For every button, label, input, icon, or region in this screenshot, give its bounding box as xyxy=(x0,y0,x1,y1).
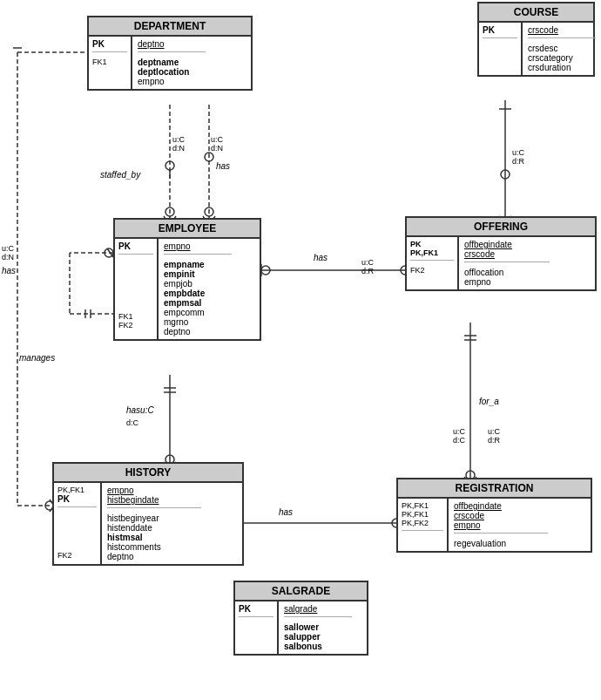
entity-registration: REGISTRATION PK,FK1 PK,FK1 PK,FK2 offbeg… xyxy=(396,478,592,553)
emp-mgrno: mgrno xyxy=(164,317,232,327)
label-has-emp-hist: hasu:C xyxy=(126,405,154,415)
offering-title: OFFERING xyxy=(407,218,595,237)
emp-fk8: FK2 xyxy=(118,321,153,330)
off-fk2-label: FK2 xyxy=(410,266,454,275)
sal-pk-label: PK xyxy=(239,604,273,614)
svg-point-18 xyxy=(105,248,113,257)
course-title: COURSE xyxy=(479,3,593,23)
emp-fk3 xyxy=(118,277,153,286)
entity-department: DEPARTMENT PK FK1 deptno deptname deptlo… xyxy=(87,16,253,91)
svg-point-10 xyxy=(205,207,213,216)
card-dept-emp-2: u:Cd:N xyxy=(211,135,223,153)
svg-point-40 xyxy=(501,170,510,179)
course-crscategory: crscategory xyxy=(528,53,596,63)
dept-pk-attr: deptno xyxy=(138,39,206,49)
off-pk-fk1-label: PK,FK1 xyxy=(410,248,454,257)
hist-deptno: deptno xyxy=(107,552,201,561)
emp-fk1 xyxy=(118,260,153,268)
emp-fk7: FK1 xyxy=(118,312,153,321)
emp-fk5 xyxy=(118,295,153,303)
dept-attr-deptlocation: deptlocation xyxy=(138,67,206,77)
entity-history: HISTORY PK,FK1 PK FK2 empno his xyxy=(52,462,244,566)
dept-attr-deptname: deptname xyxy=(138,58,206,67)
salgrade-title: SALGRADE xyxy=(235,582,367,601)
course-pk-label: PK xyxy=(483,25,517,35)
card-off-reg-1: u:Cd:R xyxy=(488,427,500,445)
card-dept-emp-1: u:Cd:N xyxy=(172,135,185,153)
off-pk1-attr: offbegindate xyxy=(464,240,550,249)
off-empty xyxy=(410,275,454,284)
diagram-container: staffed_by has manages has hasu:C has fo… xyxy=(0,0,601,700)
card-course-off: u:Cd:R xyxy=(512,148,524,166)
label-manages: manages xyxy=(19,353,55,363)
sal-pk-attr: salgrade xyxy=(284,604,352,614)
hist-empty2 xyxy=(57,522,97,532)
off-empno: empno xyxy=(464,277,550,287)
off-offlocation: offlocation xyxy=(464,268,550,277)
emp-fk2 xyxy=(118,268,153,277)
label-has-main: has xyxy=(314,253,328,262)
sal-salbonus: salbonus xyxy=(284,642,352,651)
reg-pk1-attr: offbegindate xyxy=(454,501,548,511)
dept-pk-label: PK xyxy=(92,39,127,49)
emp-empname: empname xyxy=(164,260,232,269)
svg-point-1 xyxy=(165,161,174,170)
sal-salupper: salupper xyxy=(284,632,352,642)
dept-fk1-label: FK1 xyxy=(92,58,127,66)
course-crsdesc: crsdesc xyxy=(528,44,596,53)
emp-pk-attr: empno xyxy=(164,241,232,251)
hist-histenddate: histenddate xyxy=(107,523,201,533)
hist-histbeginyear: histbeginyear xyxy=(107,513,201,523)
svg-point-5 xyxy=(165,207,174,216)
label-has-hist-reg: has xyxy=(279,507,293,517)
off-pk1-label: PK xyxy=(410,240,454,248)
off-pk2-attr: crscode xyxy=(464,249,550,259)
registration-title: REGISTRATION xyxy=(398,479,591,499)
svg-point-34 xyxy=(261,266,270,275)
sal-empty3 xyxy=(239,642,273,651)
course-fk-empty xyxy=(483,44,517,53)
sal-empty1 xyxy=(239,622,273,632)
reg-pk2-attr: crscode xyxy=(454,511,548,520)
hist-empty3 xyxy=(57,532,97,541)
svg-point-7 xyxy=(205,153,213,161)
label-staffed-by: staffed_by xyxy=(100,170,140,180)
course-pk-attr: crscode xyxy=(528,25,596,35)
reg-empty xyxy=(402,536,443,546)
hist-pk-fk1: PK,FK1 xyxy=(57,486,97,494)
emp-empjob: empjob xyxy=(164,279,232,289)
card-emp-hist: d:C xyxy=(126,418,138,427)
emp-empinit: empinit xyxy=(164,269,232,279)
emp-fk4 xyxy=(118,286,153,295)
label-for-a: for_a xyxy=(479,397,499,406)
hist-pk: PK xyxy=(57,494,97,504)
employee-title: EMPLOYEE xyxy=(115,220,260,239)
department-title: DEPARTMENT xyxy=(89,17,251,37)
course-fk-empty2 xyxy=(483,53,517,63)
svg-line-16 xyxy=(107,248,113,257)
course-crsduration: crsduration xyxy=(528,63,596,72)
label-has-left: has xyxy=(2,266,16,275)
sal-empty2 xyxy=(239,632,273,642)
entity-employee: EMPLOYEE PK FK1 FK2 xyxy=(113,218,261,341)
course-fk-empty3 xyxy=(483,63,517,72)
label-has-dept: has xyxy=(216,161,230,171)
emp-empbdate: empbdate xyxy=(164,289,232,298)
hist-histcomments: histcomments xyxy=(107,542,201,552)
hist-fk2: FK2 xyxy=(57,551,97,560)
card-off-reg-2: u:Cd:C xyxy=(453,427,465,445)
entity-offering: OFFERING PK PK,FK1 FK2 offbegindate crsc… xyxy=(405,216,597,291)
reg-regevaluation: regevaluation xyxy=(454,539,548,548)
dept-attr-empno: empno xyxy=(138,77,206,86)
history-title: HISTORY xyxy=(54,464,242,483)
card-emp-off-1: u:Cd:R xyxy=(361,258,374,275)
emp-empcomm: empcomm xyxy=(164,308,232,317)
emp-deptno: deptno xyxy=(164,327,232,336)
reg-pk-fk1-2: PK,FK1 xyxy=(402,510,443,519)
reg-pk-fk1-1: PK,FK1 xyxy=(402,501,443,510)
reg-pk-fk2: PK,FK2 xyxy=(402,519,443,527)
hist-empty4 xyxy=(57,541,97,551)
card-has-left: u:Cd:N xyxy=(2,244,14,262)
reg-pk3-attr: empno xyxy=(454,520,548,530)
emp-empmsal: empmsal xyxy=(164,298,232,308)
